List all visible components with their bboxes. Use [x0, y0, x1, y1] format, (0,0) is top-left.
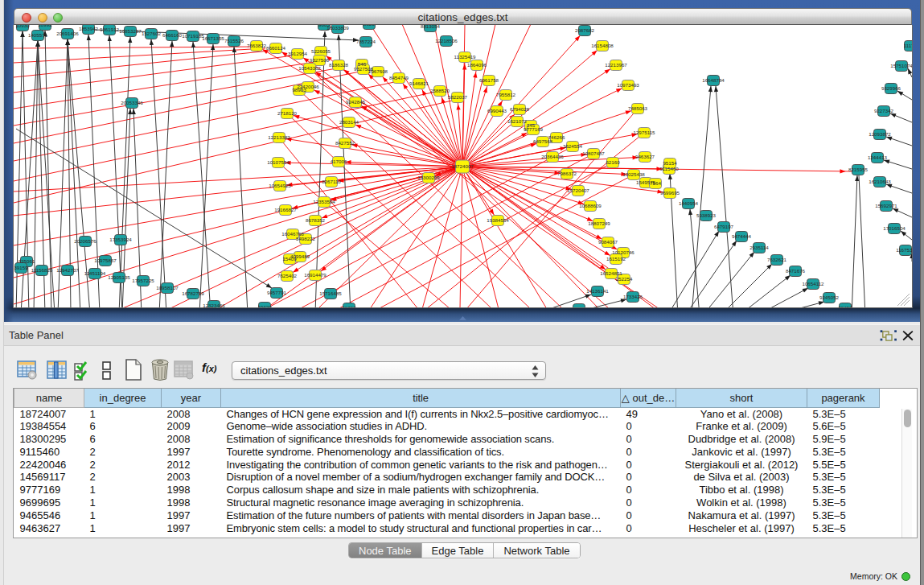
svg-text:7857224: 7857224 — [356, 39, 376, 44]
svg-text:15720407: 15720407 — [567, 187, 589, 193]
svg-text:9115460: 9115460 — [659, 166, 679, 171]
svg-text:10420: 10420 — [257, 304, 272, 307]
svg-text:1244413: 1244413 — [868, 154, 888, 160]
svg-text:9457791: 9457791 — [267, 290, 287, 295]
svg-text:8660124: 8660124 — [266, 45, 286, 51]
svg-text:95154: 95154 — [663, 160, 677, 166]
svg-text:2935114: 2935114 — [749, 245, 769, 250]
svg-text:9146821: 9146821 — [409, 80, 429, 86]
svg-text:5938923: 5938923 — [696, 212, 717, 218]
svg-text:1527602: 1527602 — [142, 31, 162, 36]
svg-text:8471676: 8471676 — [786, 268, 806, 274]
svg-text:6479197: 6479197 — [714, 224, 734, 229]
svg-text:9699695: 9699695 — [660, 190, 680, 196]
svg-text:12093872: 12093872 — [869, 131, 891, 137]
svg-text:1167531: 1167531 — [896, 247, 912, 253]
svg-text:92450: 92450 — [838, 305, 852, 307]
svg-text:6466160: 6466160 — [162, 32, 183, 38]
svg-text:12213382: 12213382 — [268, 134, 290, 140]
svg-text:11174: 11174 — [904, 43, 912, 48]
svg-text:7485063: 7485063 — [628, 105, 648, 111]
svg-text:12942737: 12942737 — [56, 267, 79, 273]
svg-text:10120746: 10120746 — [612, 249, 634, 255]
svg-text:1440954: 1440954 — [679, 200, 699, 206]
svg-text:5822037: 5822037 — [448, 94, 468, 100]
svg-text:2803144: 2803144 — [339, 119, 359, 125]
svg-text:9227342: 9227342 — [874, 108, 894, 113]
svg-text:18807249: 18807249 — [588, 220, 610, 226]
svg-text:18724007: 18724007 — [451, 163, 474, 169]
svg-text:252254: 252254 — [616, 276, 633, 282]
svg-text:16033809: 16033809 — [326, 25, 349, 31]
svg-text:7986372: 7986372 — [557, 171, 577, 176]
svg-text:5226055: 5226055 — [311, 48, 331, 54]
svg-text:7955812: 7955812 — [496, 92, 516, 97]
svg-text:9474444: 9474444 — [732, 233, 752, 239]
svg-text:11325419: 11325419 — [454, 54, 476, 60]
svg-text:10688609: 10688609 — [579, 203, 602, 208]
svg-text:12213967: 12213967 — [605, 62, 627, 68]
svg-text:6990443: 6990443 — [487, 108, 507, 113]
svg-text:7663822: 7663822 — [247, 43, 267, 48]
svg-text:8427552: 8427552 — [335, 140, 355, 146]
svg-text:2718120: 2718120 — [277, 110, 298, 116]
svg-text:9327506: 9327506 — [310, 57, 330, 63]
svg-text:9777169: 9777169 — [524, 126, 544, 132]
svg-text:1615192: 1615192 — [606, 256, 626, 262]
svg-text:41700: 41700 — [342, 305, 356, 307]
svg-text:20364436: 20364436 — [541, 154, 564, 159]
svg-text:9245052: 9245052 — [819, 295, 840, 300]
svg-text:1405571: 1405571 — [28, 32, 48, 38]
svg-text:8186328: 8186328 — [329, 62, 349, 68]
svg-text:746266: 746266 — [548, 134, 565, 140]
svg-text:22420046: 22420046 — [297, 84, 319, 89]
svg-text:15716485: 15716485 — [319, 290, 342, 296]
svg-text:17016504: 17016504 — [883, 225, 906, 231]
svg-text:16671355: 16671355 — [202, 35, 224, 41]
svg-text:11451194: 11451194 — [84, 270, 106, 276]
svg-text:5498222: 5498222 — [296, 236, 316, 241]
svg-text:15692971: 15692971 — [875, 203, 897, 208]
svg-text:16210643: 16210643 — [869, 179, 891, 184]
svg-text:6794028: 6794028 — [510, 106, 530, 112]
svg-text:20691406: 20691406 — [56, 31, 79, 36]
svg-text:19166827: 19166827 — [274, 207, 297, 212]
svg-text:8813054: 8813054 — [421, 25, 441, 29]
svg-text:835061: 835061 — [18, 258, 35, 264]
svg-text:20992: 20992 — [38, 25, 52, 27]
svg-text:9329966: 9329966 — [881, 85, 901, 91]
svg-text:11156829: 11156829 — [31, 267, 53, 273]
svg-text:9361912: 9361912 — [100, 27, 120, 32]
svg-text:1621072: 1621072 — [507, 118, 528, 124]
svg-text:16914479: 16914479 — [304, 272, 326, 278]
svg-text:20053346: 20053346 — [121, 100, 143, 105]
svg-text:8454749: 8454749 — [389, 75, 409, 80]
svg-text:10719185: 10719185 — [182, 33, 204, 39]
svg-text:1733426: 1733426 — [623, 294, 643, 299]
svg-text:20206576: 20206576 — [74, 238, 97, 244]
svg-text:16648784: 16648784 — [702, 77, 725, 83]
svg-text:16154808: 16154808 — [591, 43, 614, 48]
svg-text:16524851: 16524851 — [600, 270, 622, 276]
svg-text:2087682: 2087682 — [575, 27, 595, 33]
svg-text:14136141: 14136141 — [586, 288, 609, 294]
svg-text:1853942: 1853942 — [79, 26, 99, 31]
svg-text:15751074: 15751074 — [890, 63, 912, 68]
svg-text:17957225: 17957225 — [132, 278, 154, 283]
svg-text:10853287: 10853287 — [119, 28, 142, 34]
svg-text:3912954: 3912954 — [288, 51, 308, 56]
svg-text:10930: 10930 — [15, 25, 30, 28]
svg-text:17353924: 17353924 — [109, 237, 132, 242]
svg-text:12353594: 12353594 — [313, 199, 335, 204]
svg-text:7515526: 7515526 — [224, 38, 244, 43]
svg-text:3624554: 3624554 — [563, 143, 583, 149]
svg-text:8620: 8620 — [363, 25, 375, 27]
svg-text:16782759: 16782759 — [182, 290, 204, 296]
svg-text:9242845: 9242845 — [346, 99, 366, 105]
svg-text:19384554: 19384554 — [487, 217, 509, 223]
svg-text:12218506: 12218506 — [435, 38, 458, 43]
svg-text:8267110: 8267110 — [322, 179, 341, 184]
svg-text:8678352: 8678352 — [306, 217, 326, 223]
svg-text:10973493: 10973493 — [617, 82, 639, 88]
svg-text:10807487: 10807487 — [582, 150, 605, 156]
